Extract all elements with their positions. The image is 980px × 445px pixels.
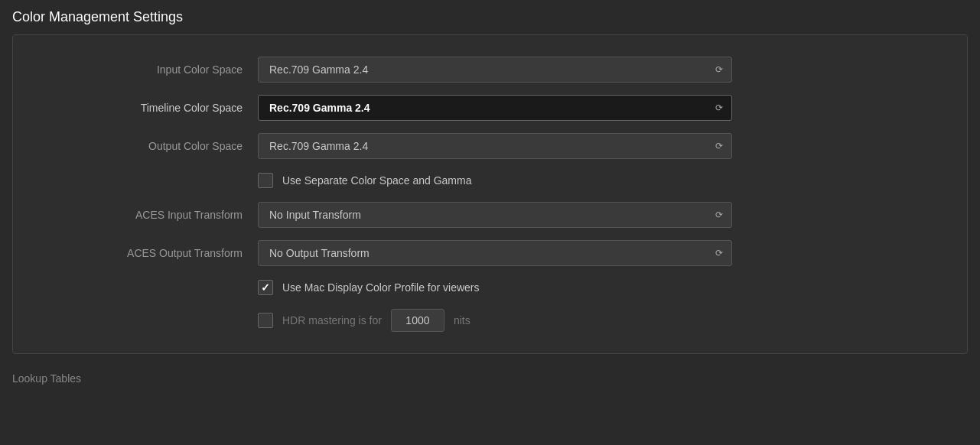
aces-input-transform-row: ACES Input Transform No Input Transform …: [13, 196, 967, 234]
timeline-color-space-label: Timeline Color Space: [44, 102, 258, 114]
bottom-label: Lookup Tables: [0, 366, 980, 391]
output-color-space-dropdown-container: Rec.709 Gamma 2.4 Rec.2020 sRGB P3-D65 ⟳: [258, 133, 732, 159]
separate-color-space-label: Use Separate Color Space and Gamma: [282, 174, 471, 187]
output-color-space-label: Output Color Space: [44, 140, 258, 152]
aces-output-transform-row: ACES Output Transform No Output Transfor…: [13, 234, 967, 272]
aces-output-transform-label: ACES Output Transform: [44, 247, 258, 259]
timeline-color-space-select[interactable]: Rec.709 Gamma 2.4 Rec.2020 sRGB P3-D65: [258, 95, 732, 121]
mac-display-checkbox-wrapper: ✓ Use Mac Display Color Profile for view…: [258, 280, 480, 295]
hdr-mastering-row: HDR mastering is for nits: [13, 303, 967, 338]
mac-display-checkmark-icon: ✓: [261, 281, 270, 294]
input-color-space-row: Input Color Space Rec.709 Gamma 2.4 Rec.…: [13, 50, 967, 89]
aces-input-transform-dropdown-container: No Input Transform ACES ACEScg ⟳: [258, 202, 732, 228]
output-color-space-select[interactable]: Rec.709 Gamma 2.4 Rec.2020 sRGB P3-D65: [258, 133, 732, 159]
page-title: Color Management Settings: [0, 0, 980, 34]
separate-color-space-checkbox-wrapper: Use Separate Color Space and Gamma: [258, 173, 471, 188]
separate-color-space-row: Use Separate Color Space and Gamma: [13, 165, 967, 196]
aces-input-transform-label: ACES Input Transform: [44, 209, 258, 221]
hdr-mastering-checkbox[interactable]: [258, 313, 273, 328]
aces-output-transform-select[interactable]: No Output Transform ACES ACEScg: [258, 240, 732, 266]
output-color-space-row: Output Color Space Rec.709 Gamma 2.4 Rec…: [13, 127, 967, 165]
timeline-color-space-dropdown-container: Rec.709 Gamma 2.4 Rec.2020 sRGB P3-D65 ⟳: [258, 95, 732, 121]
timeline-color-space-row: Timeline Color Space Rec.709 Gamma 2.4 R…: [13, 89, 967, 127]
mac-display-checkbox[interactable]: ✓: [258, 280, 273, 295]
input-color-space-select[interactable]: Rec.709 Gamma 2.4 Rec.2020 sRGB P3-D65: [258, 57, 732, 83]
input-color-space-label: Input Color Space: [44, 63, 258, 76]
hdr-mastering-unit: nits: [454, 314, 470, 326]
input-color-space-dropdown-container: Rec.709 Gamma 2.4 Rec.2020 sRGB P3-D65 ⟳: [258, 57, 732, 83]
color-management-panel: Input Color Space Rec.709 Gamma 2.4 Rec.…: [12, 34, 968, 354]
mac-display-row: ✓ Use Mac Display Color Profile for view…: [13, 272, 967, 303]
mac-display-label: Use Mac Display Color Profile for viewer…: [282, 281, 480, 294]
hdr-mastering-label: HDR mastering is for: [282, 314, 382, 326]
aces-output-transform-dropdown-container: No Output Transform ACES ACEScg ⟳: [258, 240, 732, 266]
separate-color-space-checkbox[interactable]: [258, 173, 273, 188]
aces-input-transform-select[interactable]: No Input Transform ACES ACEScg: [258, 202, 732, 228]
hdr-mastering-input[interactable]: [391, 309, 444, 332]
